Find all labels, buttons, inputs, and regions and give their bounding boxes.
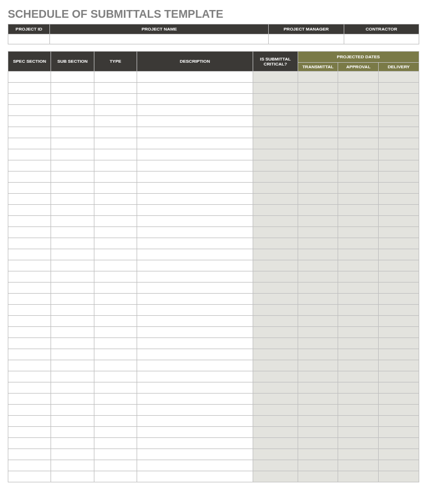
description-cell[interactable] (137, 83, 253, 94)
transmittal-cell[interactable] (298, 249, 338, 260)
transmittal-cell[interactable] (298, 216, 338, 227)
sub-section-cell[interactable] (51, 349, 94, 360)
is-critical-cell[interactable] (253, 294, 298, 305)
is-critical-cell[interactable] (253, 360, 298, 371)
description-cell[interactable] (137, 216, 253, 227)
is-critical-cell[interactable] (253, 427, 298, 438)
approval-cell[interactable] (338, 471, 379, 482)
delivery-cell[interactable] (379, 294, 419, 305)
is-critical-cell[interactable] (253, 216, 298, 227)
description-cell[interactable] (137, 360, 253, 371)
sub-section-cell[interactable] (51, 94, 94, 105)
transmittal-cell[interactable] (298, 460, 338, 471)
approval-cell[interactable] (338, 238, 379, 249)
description-cell[interactable] (137, 438, 253, 449)
description-cell[interactable] (137, 394, 253, 405)
type-cell[interactable] (94, 283, 137, 294)
delivery-cell[interactable] (379, 194, 419, 205)
description-cell[interactable] (137, 249, 253, 260)
sub-section-cell[interactable] (51, 394, 94, 405)
transmittal-cell[interactable] (298, 360, 338, 371)
type-cell[interactable] (94, 382, 137, 394)
approval-cell[interactable] (338, 394, 379, 405)
delivery-cell[interactable] (379, 172, 419, 183)
is-critical-cell[interactable] (253, 471, 298, 482)
is-critical-cell[interactable] (253, 416, 298, 427)
sub-section-cell[interactable] (51, 138, 94, 149)
spec-section-cell[interactable] (8, 471, 51, 482)
transmittal-cell[interactable] (298, 149, 338, 160)
transmittal-cell[interactable] (298, 172, 338, 183)
spec-section-cell[interactable] (8, 360, 51, 371)
spec-section-cell[interactable] (8, 271, 51, 283)
approval-cell[interactable] (338, 371, 379, 382)
delivery-cell[interactable] (379, 327, 419, 338)
spec-section-cell[interactable] (8, 83, 51, 94)
spec-section-cell[interactable] (8, 105, 51, 116)
sub-section-cell[interactable] (51, 416, 94, 427)
transmittal-cell[interactable] (298, 471, 338, 482)
transmittal-cell[interactable] (298, 105, 338, 116)
description-cell[interactable] (137, 138, 253, 149)
type-cell[interactable] (94, 349, 137, 360)
type-cell[interactable] (94, 449, 137, 460)
is-critical-cell[interactable] (253, 327, 298, 338)
type-cell[interactable] (94, 183, 137, 194)
approval-cell[interactable] (338, 183, 379, 194)
spec-section-cell[interactable] (8, 260, 51, 271)
description-cell[interactable] (137, 294, 253, 305)
spec-section-cell[interactable] (8, 205, 51, 216)
spec-section-cell[interactable] (8, 305, 51, 316)
approval-cell[interactable] (338, 338, 379, 349)
is-critical-cell[interactable] (253, 105, 298, 116)
transmittal-cell[interactable] (298, 449, 338, 460)
approval-cell[interactable] (338, 138, 379, 149)
is-critical-cell[interactable] (253, 94, 298, 105)
spec-section-cell[interactable] (8, 238, 51, 249)
approval-cell[interactable] (338, 283, 379, 294)
description-cell[interactable] (137, 305, 253, 316)
delivery-cell[interactable] (379, 360, 419, 371)
spec-section-cell[interactable] (8, 449, 51, 460)
spec-section-cell[interactable] (8, 416, 51, 427)
is-critical-cell[interactable] (253, 116, 298, 127)
description-cell[interactable] (137, 183, 253, 194)
type-cell[interactable] (94, 249, 137, 260)
transmittal-cell[interactable] (298, 94, 338, 105)
spec-section-cell[interactable] (8, 227, 51, 238)
delivery-cell[interactable] (379, 105, 419, 116)
approval-cell[interactable] (338, 416, 379, 427)
approval-cell[interactable] (338, 160, 379, 172)
spec-section-cell[interactable] (8, 427, 51, 438)
is-critical-cell[interactable] (253, 460, 298, 471)
transmittal-cell[interactable] (298, 227, 338, 238)
sub-section-cell[interactable] (51, 360, 94, 371)
type-cell[interactable] (94, 160, 137, 172)
sub-section-cell[interactable] (51, 449, 94, 460)
approval-cell[interactable] (338, 172, 379, 183)
transmittal-cell[interactable] (298, 349, 338, 360)
project-manager-cell[interactable] (269, 34, 344, 44)
spec-section-cell[interactable] (8, 405, 51, 416)
type-cell[interactable] (94, 83, 137, 94)
type-cell[interactable] (94, 205, 137, 216)
delivery-cell[interactable] (379, 449, 419, 460)
transmittal-cell[interactable] (298, 116, 338, 127)
description-cell[interactable] (137, 94, 253, 105)
spec-section-cell[interactable] (8, 349, 51, 360)
spec-section-cell[interactable] (8, 249, 51, 260)
description-cell[interactable] (137, 72, 253, 83)
sub-section-cell[interactable] (51, 460, 94, 471)
delivery-cell[interactable] (379, 338, 419, 349)
description-cell[interactable] (137, 149, 253, 160)
description-cell[interactable] (137, 416, 253, 427)
sub-section-cell[interactable] (51, 194, 94, 205)
spec-section-cell[interactable] (8, 183, 51, 194)
spec-section-cell[interactable] (8, 460, 51, 471)
is-critical-cell[interactable] (253, 238, 298, 249)
delivery-cell[interactable] (379, 471, 419, 482)
is-critical-cell[interactable] (253, 149, 298, 160)
transmittal-cell[interactable] (298, 160, 338, 172)
description-cell[interactable] (137, 205, 253, 216)
description-cell[interactable] (137, 405, 253, 416)
